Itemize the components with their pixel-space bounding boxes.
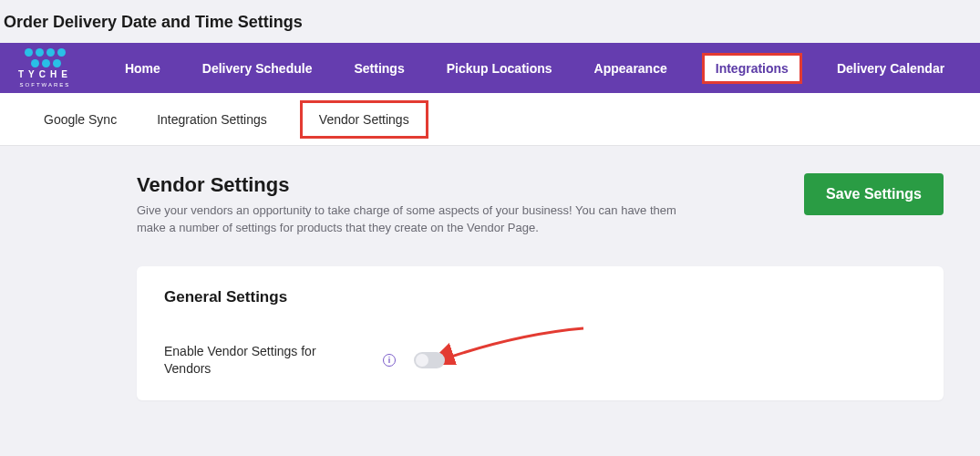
nav-appearance[interactable]: Appearance — [587, 56, 675, 81]
brand-name: TYCHE — [18, 70, 72, 79]
page-title: Order Delivery Date and Time Settings — [0, 0, 980, 43]
nav-settings[interactable]: Settings — [346, 56, 411, 81]
tab-google-sync[interactable]: Google Sync — [36, 107, 124, 132]
info-icon[interactable]: i — [383, 354, 396, 367]
toggle-knob — [416, 354, 428, 367]
save-settings-button[interactable]: Save Settings — [804, 173, 944, 215]
tab-vendor-settings[interactable]: Vendor Settings — [300, 100, 428, 139]
section-description: Give your vendors an opportunity to take… — [137, 202, 702, 237]
nav-integrations[interactable]: Integrations — [702, 53, 802, 84]
setting-row-enable-vendor: Enable Vendor Settings for Vendors i — [164, 343, 916, 378]
nav-delivery-schedule[interactable]: Delivery Schedule — [195, 56, 320, 81]
section-title: Vendor Settings — [137, 173, 702, 197]
primary-nav: TYCHE SOFTWARES Home Delivery Schedule S… — [0, 43, 980, 93]
nav-pickup-locations[interactable]: Pickup Locations — [439, 56, 560, 81]
panel-title: General Settings — [164, 288, 916, 306]
content-area: Vendor Settings Give your vendors an opp… — [0, 146, 980, 400]
nav-home[interactable]: Home — [118, 56, 168, 81]
setting-label: Enable Vendor Settings for Vendors — [164, 343, 365, 378]
tab-integration-settings[interactable]: Integration Settings — [150, 107, 274, 132]
brand-logo: TYCHE SOFTWARES — [18, 48, 72, 88]
enable-vendor-toggle[interactable] — [414, 352, 445, 368]
brand-sub: SOFTWARES — [20, 82, 71, 88]
sub-tabs: Google Sync Integration Settings Vendor … — [0, 93, 980, 146]
general-settings-panel: General Settings Enable Vendor Settings … — [137, 266, 944, 400]
section-header: Vendor Settings Give your vendors an opp… — [137, 173, 944, 237]
nav-delivery-calendar[interactable]: Delivery Calendar — [830, 56, 952, 81]
